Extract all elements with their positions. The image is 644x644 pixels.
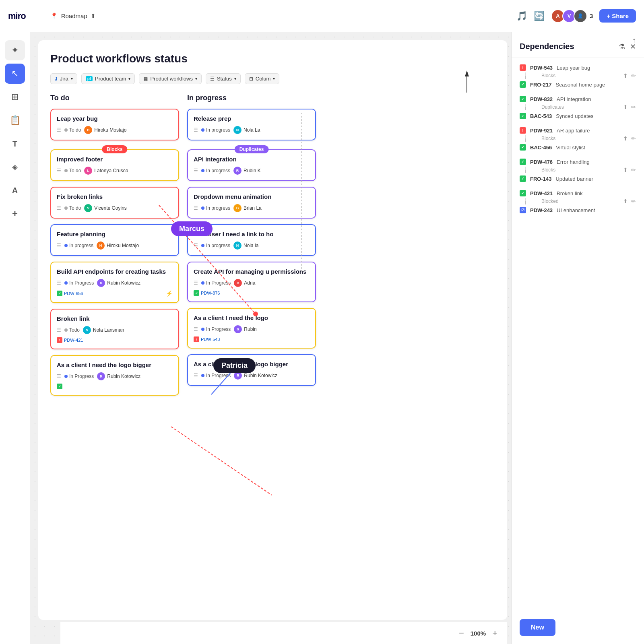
user-name: Rubin	[244, 326, 256, 332]
status-badge: In progress	[201, 205, 230, 211]
status-dot	[64, 206, 68, 210]
dep-tag-icon: ✓	[520, 159, 526, 165]
status-text: To do	[69, 168, 81, 173]
music-icon[interactable]: 🎵	[516, 11, 527, 21]
dep-action-edit[interactable]: ✏	[631, 198, 636, 204]
card-logo-todo[interactable]: As a client I need the logo bigger ☰ In …	[50, 355, 179, 396]
toolbar-grid[interactable]: ⊞	[5, 87, 25, 107]
dep-action-edit[interactable]: ✏	[631, 72, 636, 79]
dep-action-pin[interactable]: ⬆	[623, 104, 628, 110]
dep-action-edit[interactable]: ✏	[631, 135, 636, 142]
user-name: Latonya Crusco	[94, 168, 128, 173]
status-text: To do	[69, 127, 81, 133]
dep-tag-icon: ✓	[520, 175, 526, 182]
dep-item-id: PDW-921	[530, 128, 553, 134]
filter-dep-button[interactable]: ⚗	[619, 42, 625, 51]
dep-connector	[522, 72, 528, 79]
jira-tag: ✓	[57, 384, 62, 389]
toolbar-pencil[interactable]: A	[5, 180, 25, 200]
dep-connector	[522, 167, 528, 173]
card-create-api[interactable]: Create API for managing u permissions ☰ …	[187, 262, 316, 302]
zoom-in-button[interactable]: +	[492, 628, 497, 638]
card-dropdown-animation[interactable]: Dropdown menu animation ☰ In progress B …	[187, 187, 316, 219]
dep-action-edit[interactable]: ✏	[631, 104, 636, 110]
dep-action-pin[interactable]: ⬆	[623, 72, 628, 79]
status-dot	[201, 206, 204, 210]
card-fix-broken-links[interactable]: Fix broken links ☰ To do V Vicente Goyin…	[50, 187, 179, 219]
status-dot	[201, 244, 204, 247]
card-broken-link[interactable]: Broken link ☰ Todo N Nola Lansman	[50, 309, 179, 349]
canvas: Product workflows status J Jira ▾ pt Pro…	[30, 32, 644, 644]
card-client-logo[interactable]: As a client I need the logo ☰ In Progres…	[187, 308, 316, 349]
filter-workflows[interactable]: ▦ Product workflows ▾	[139, 73, 201, 84]
jira-icon: J	[55, 76, 58, 82]
dep-main-top: ✓ PDW-832 API integration	[520, 96, 636, 102]
dep-action-pin[interactable]: ⬆	[623, 135, 628, 142]
filter-jira[interactable]: J Jira ▾	[50, 73, 77, 84]
dep-item-actions: ⬆ ✏	[623, 104, 636, 110]
card-meta: ☰ In Progress A Adria	[194, 279, 310, 287]
dep-item-id: PDW-543	[530, 65, 553, 71]
card-user: R Rubin Kotowicz	[234, 372, 277, 380]
card-meta: ☰ In Progress R Rubin Kotowicz	[57, 372, 173, 380]
status-badge: To do	[64, 205, 81, 211]
card-logo-bigger-inprogress[interactable]: As a client I need the logo bigger ☰ In …	[187, 354, 316, 386]
user-name: Nola La	[244, 127, 260, 133]
dep-action-pin[interactable]: ⬆	[623, 167, 628, 173]
toolbar-cursor[interactable]: ↖	[5, 64, 25, 84]
status-dot	[201, 128, 204, 132]
avatar-group: A V 👤 3	[551, 9, 593, 23]
jira-tag-icon: !	[194, 336, 199, 342]
user-name: Hiroku Mostajo	[107, 243, 139, 248]
dep-item-id: FRO-143	[530, 176, 551, 182]
upload-icon[interactable]: ⬆	[91, 12, 96, 20]
filter-status[interactable]: ☰ Status ▾	[206, 73, 241, 84]
toolbar-text[interactable]: T	[5, 134, 25, 154]
dep-item-id: BAC-543	[530, 113, 552, 119]
dep-tag-icon: ✓	[520, 113, 526, 119]
dep-item-id: PDW-476	[530, 159, 553, 165]
dep-panel-header: Dependencies ⚗ ✕	[512, 32, 644, 58]
dep-item-2: ✓ PDW-832 API integration Duplicates ⬆ ✏	[520, 96, 636, 119]
card-feature-planning[interactable]: Feature planning ☰ In progress H Hiroku …	[50, 224, 179, 256]
jira-id: PDW-656	[64, 291, 83, 296]
card-meta: ☰ In progress H Hiroku Mostajo	[57, 242, 173, 250]
dep-item-name: API integration	[557, 96, 636, 102]
user-avatar: A	[234, 279, 242, 287]
list-icon: ☰	[57, 243, 61, 248]
card-leap-year-bug[interactable]: Leap year bug ☰ To do H Hiroku Mostajo	[50, 109, 179, 140]
status-dot	[201, 281, 204, 285]
list-icon: ☰	[194, 280, 198, 286]
toolbar-shapes[interactable]: ◈	[5, 157, 25, 177]
topbar: miro 📍 Roadmap ⬆ 🎵 🔄 A V 👤 3 + Share	[0, 0, 644, 32]
toolbar-add[interactable]: +	[5, 204, 25, 224]
jira-tag: ✓ PDW-656	[57, 291, 83, 296]
dep-item-id: BAC-456	[530, 144, 552, 151]
card-user: N Nola la	[233, 242, 258, 250]
card-build-api[interactable]: Build API endpoints for creating tasks ☰…	[50, 262, 179, 303]
card-release-prep[interactable]: Release prep ☰ In progress N Nola La	[187, 109, 316, 140]
filter-product-team[interactable]: pt Product team ▾	[81, 73, 135, 84]
filter-colum[interactable]: ⊟ Colum ▾	[245, 73, 280, 84]
share-button[interactable]: + Share	[599, 9, 636, 23]
dep-tag-icon: ✓	[520, 190, 526, 196]
dep-action-edit[interactable]: ✏	[631, 167, 636, 173]
card-user-link[interactable]: As a user I need a link to ho ☰ In progr…	[187, 224, 316, 256]
activity-icon[interactable]: 🔄	[534, 11, 545, 21]
toolbar-ai[interactable]: ✦	[5, 40, 25, 60]
zoom-out-button[interactable]: −	[459, 628, 464, 638]
toolbar-sticky[interactable]: 📋	[5, 110, 25, 130]
jira-tag: ! PDW-543	[194, 336, 220, 342]
new-dependency-button[interactable]: New	[520, 619, 555, 636]
dep-relation: Blocks ⬆ ✏	[520, 135, 636, 142]
status-badge: In progress	[201, 243, 230, 248]
status-badge: In Progress	[201, 280, 231, 286]
dep-tag-icon: ✓	[520, 96, 526, 102]
card-user: R Rubin K	[233, 167, 261, 175]
card-api-integration[interactable]: Duplicates API integration ☰ In progress…	[187, 149, 316, 181]
status-dot	[201, 169, 204, 172]
dep-action-pin[interactable]: ⬆	[623, 198, 628, 204]
card-improved-footer[interactable]: Blocks Improved footer ☰ To do L Latonya…	[50, 149, 179, 181]
dep-item-id: PDW-243	[530, 207, 553, 213]
breadcrumb: 📍 Roadmap ⬆	[50, 12, 96, 20]
